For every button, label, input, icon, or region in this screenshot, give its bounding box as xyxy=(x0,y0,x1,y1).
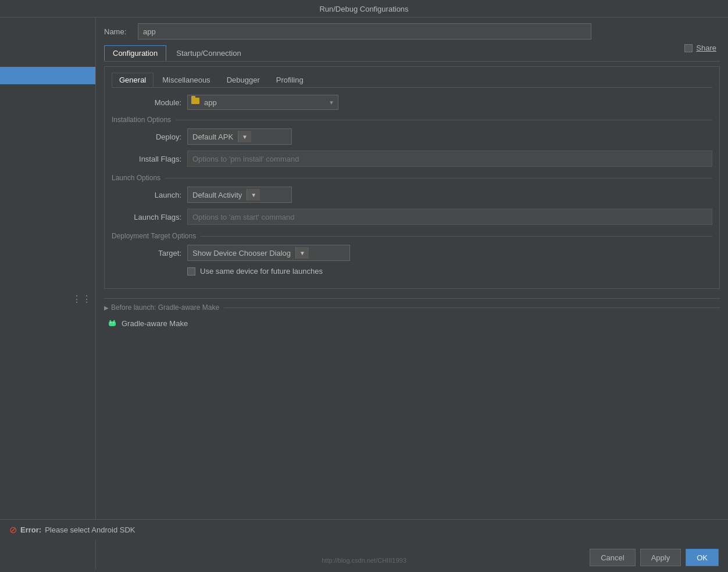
title-text: Run/Debug Configurations xyxy=(319,5,408,13)
launch-value: Default Activity xyxy=(192,191,242,199)
share-label: Share xyxy=(696,44,716,52)
inner-panel: General Miscellaneous Debugger Profiling… xyxy=(104,66,720,289)
inner-tabs: General Miscellaneous Debugger Profiling xyxy=(112,73,712,88)
triangle-icon: ▶ xyxy=(104,305,109,311)
before-launch-header: ▶ Before launch: Gradle-aware Make xyxy=(104,303,720,312)
sidebar: ⋮⋮ xyxy=(0,17,96,569)
name-label: Name: xyxy=(104,27,133,36)
apply-button[interactable]: Apply xyxy=(640,549,681,566)
svg-rect-2 xyxy=(109,321,116,326)
svg-point-4 xyxy=(113,322,115,323)
folder-icon xyxy=(191,98,201,107)
tab-profiling[interactable]: Profiling xyxy=(269,73,311,87)
target-value: Show Device Chooser Dialog xyxy=(192,249,291,258)
deploy-row: Deploy: Default APK ▼ xyxy=(112,128,712,145)
installation-options: Installation Options Deploy: Default APK… xyxy=(112,116,712,167)
module-dropdown-arrow: ▼ xyxy=(329,99,334,106)
install-flags-row: Install Flags: xyxy=(112,151,712,167)
module-label: Module: xyxy=(112,98,181,107)
launch-flags-row: Launch Flags: xyxy=(112,209,712,225)
launch-flags-input[interactable] xyxy=(187,209,712,225)
content-area: Share Name: Configuration Startup/Connec… xyxy=(96,17,728,569)
install-flags-input[interactable] xyxy=(187,151,712,167)
target-row: Target: Show Device Chooser Dialog ▼ xyxy=(112,245,712,261)
module-row: Module: app ▼ xyxy=(112,95,712,110)
error-message: Please select Android SDK xyxy=(45,525,135,534)
deploy-dropdown[interactable]: Default APK ▼ xyxy=(187,128,292,145)
deploy-value: Default APK xyxy=(192,133,233,141)
module-value: app xyxy=(204,98,217,107)
launch-label: Launch: xyxy=(112,191,181,199)
tab-miscellaneous[interactable]: Miscellaneous xyxy=(155,73,217,87)
launch-options: Launch Options Launch: Default Activity … xyxy=(112,174,712,225)
tab-configuration[interactable]: Configuration xyxy=(104,45,166,61)
android-icon xyxy=(108,319,117,328)
installation-options-title: Installation Options xyxy=(112,116,712,124)
deployment-target-title: Deployment Target Options xyxy=(112,232,712,240)
same-device-checkbox[interactable] xyxy=(187,267,195,276)
gradle-item[interactable]: Gradle-aware Make xyxy=(104,316,720,330)
same-device-row: Use same device for future launches xyxy=(187,267,712,276)
watermark: http://blog.csdn.net/CHIII1993 xyxy=(322,557,406,564)
bottom-buttons: Cancel Apply OK xyxy=(590,549,719,566)
ok-button[interactable]: OK xyxy=(686,549,719,566)
svg-point-3 xyxy=(110,322,112,323)
name-input[interactable] xyxy=(138,23,591,40)
before-launch-section: ▶ Before launch: Gradle-aware Make Gradl… xyxy=(104,298,720,330)
deployment-target-options: Deployment Target Options Target: Show D… xyxy=(112,232,712,276)
target-dropdown-arrow[interactable]: ▼ xyxy=(295,247,309,259)
tab-general[interactable]: General xyxy=(112,73,154,87)
target-label: Target: xyxy=(112,249,181,258)
sidebar-drag-handle: ⋮⋮ xyxy=(72,294,92,305)
cancel-button[interactable]: Cancel xyxy=(590,549,635,566)
launch-flags-label: Launch Flags: xyxy=(112,213,181,221)
launch-dropdown-arrow[interactable]: ▼ xyxy=(247,189,260,201)
target-dropdown[interactable]: Show Device Chooser Dialog ▼ xyxy=(187,245,350,261)
launch-options-title: Launch Options xyxy=(112,174,712,182)
error-prefix: Error: xyxy=(20,525,41,534)
module-dropdown[interactable]: app ▼ xyxy=(187,95,338,110)
sidebar-active-item[interactable] xyxy=(0,67,95,84)
error-icon: ⊘ xyxy=(9,524,17,535)
deploy-label: Deploy: xyxy=(112,133,181,141)
launch-row: Launch: Default Activity ▼ xyxy=(112,187,712,203)
share-checkbox[interactable] xyxy=(684,44,693,52)
error-bar: ⊘ Error: Please select Android SDK xyxy=(0,519,728,540)
title-bar: Run/Debug Configurations xyxy=(0,0,728,17)
launch-dropdown[interactable]: Default Activity ▼ xyxy=(187,187,292,203)
install-flags-label: Install Flags: xyxy=(112,155,181,163)
main-layout: ⋮⋮ Share Name: Configuration Startup/Con… xyxy=(0,17,728,569)
share-area: Share xyxy=(684,44,716,52)
deploy-dropdown-arrow[interactable]: ▼ xyxy=(238,131,251,142)
tab-debugger[interactable]: Debugger xyxy=(219,73,267,87)
same-device-label: Use same device for future launches xyxy=(200,267,323,276)
tab-startup-connection[interactable]: Startup/Connection xyxy=(167,45,249,61)
gradle-item-label: Gradle-aware Make xyxy=(122,319,188,328)
name-row: Name: xyxy=(104,23,720,40)
outer-tabs: Configuration Startup/Connection xyxy=(104,45,720,62)
